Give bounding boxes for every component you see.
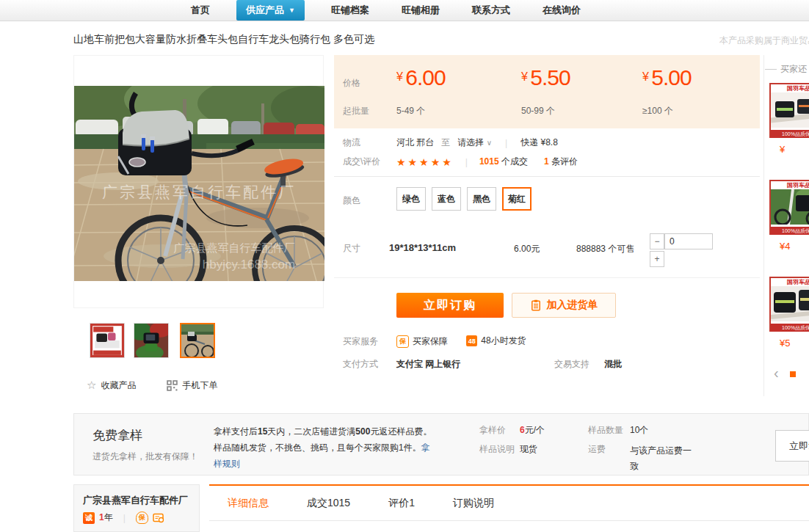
buyer-services-label: 买家服务: [343, 335, 378, 348]
thumbnail-3-selected[interactable]: [180, 323, 215, 358]
quantity-minus-button[interactable]: −: [650, 233, 664, 249]
moq-label: 起批量: [343, 105, 369, 117]
seller-badges: 诚 1年 | 保: [83, 511, 164, 524]
sku-stock: 888883 个可售: [576, 243, 634, 255]
sample-freight-value: 与该产品运费一致: [630, 443, 693, 474]
order-now-button[interactable]: 立即订购: [396, 293, 504, 318]
carousel-prev-arrow[interactable]: ‹: [774, 365, 779, 382]
thumbnail-2[interactable]: [134, 323, 169, 358]
sample-title: 免费拿样: [92, 427, 142, 444]
related-3-price: ¥5: [780, 338, 790, 349]
select-caret-icon: ∨: [487, 139, 492, 147]
color-option-red-selected[interactable]: 菊红: [502, 187, 532, 211]
review-count: 1: [544, 156, 549, 167]
buyer-services-row: 买家服务 保 买家保障 48 48小时发货: [334, 335, 760, 350]
divider: [334, 176, 760, 177]
price-label: 价格: [343, 77, 360, 90]
related-1-banner: 100%品质保证: [771, 130, 809, 138]
ship-48h-badge-icon: 48: [466, 335, 477, 346]
logistics-label: 物流: [343, 136, 360, 149]
trade-support-label: 交易支持: [554, 358, 589, 371]
watermark-text: 广宗县燕军自行车配件厂: [102, 183, 296, 200]
fast-ship-label: 48小时发货: [481, 335, 526, 347]
sku-price: 6.00元: [514, 243, 540, 255]
tab-detail-info[interactable]: 详细信息: [228, 497, 269, 510]
tier-1-qty: 5-49 个: [396, 105, 425, 117]
currency-symbol: ¥: [642, 70, 649, 83]
destination-select[interactable]: 请选择 ∨: [457, 136, 492, 149]
related-3-image: [771, 286, 809, 321]
guarantee-service[interactable]: 保 买家保障: [396, 335, 448, 348]
thumbnail-1[interactable]: [90, 323, 125, 358]
express-fee: 快递 ¥8.8: [520, 136, 558, 149]
color-option-green[interactable]: 绿色: [396, 187, 426, 211]
deal-count-link[interactable]: 1015 个成交: [479, 156, 528, 168]
sample-price-number: 6: [520, 425, 525, 435]
nav-shop-archive[interactable]: 旺铺档案: [315, 4, 385, 17]
product-photo: 广宗县燕军自行车配件厂 广宗县燕军自行车配件厂 hbyjcy.1688.com: [74, 86, 324, 281]
mobile-order-button[interactable]: 手机下单: [167, 379, 217, 392]
tab-order-notes[interactable]: 订购说明: [453, 497, 494, 510]
fast-ship-service[interactable]: 48 48小时发货: [466, 335, 526, 347]
divider: |: [499, 138, 513, 148]
seller-name[interactable]: 广宗县燕军自行车配件厂: [83, 494, 188, 507]
integrity-badge-icon: 诚: [83, 512, 95, 524]
certificate-icon: [153, 513, 164, 523]
tab-reviews[interactable]: 评价1: [388, 497, 415, 510]
divider: [765, 69, 777, 70]
sample-qty-value: 10个: [630, 424, 648, 437]
tier-3-price: 5.00: [651, 65, 691, 90]
size-value: 19*18*13*11cm: [389, 242, 456, 253]
nav-inquiry[interactable]: 在线询价: [526, 4, 597, 17]
sample-desc-text: 天内，二次店铺进货满: [267, 426, 355, 437]
tab-deals[interactable]: 成交1015: [307, 497, 350, 510]
nav-home[interactable]: 首页: [175, 4, 226, 17]
favorite-label: 收藏产品: [101, 379, 136, 392]
nav-products-label: 供应产品: [246, 4, 284, 17]
related-1-price: ¥: [780, 144, 785, 155]
add-to-cart-button[interactable]: 加入进货单: [512, 293, 616, 318]
mobile-order-label: 手机下单: [182, 379, 217, 392]
trade-note: 本产品采购属于商业贸易: [719, 34, 809, 47]
color-label: 颜色: [343, 194, 360, 207]
related-product-2[interactable]: 国羽车品 100%品质保证: [769, 180, 809, 235]
add-to-cart-label: 加入进货单: [547, 299, 598, 312]
payment-methods: 支付宝 网上银行: [396, 358, 460, 371]
related-1-image: [771, 92, 809, 128]
sample-desc-bold: 500: [355, 426, 370, 437]
sample-price-label: 拿样价: [479, 424, 506, 437]
top-navigation: 首页 供应产品 ▼ 旺铺档案 旺铺相册 联系方式 在线询价: [0, 0, 809, 21]
seller-years-unit: 年: [104, 512, 113, 522]
divider: [334, 277, 760, 278]
thumbnail-3-image: [181, 324, 214, 357]
currency-symbol: ¥: [396, 70, 403, 83]
color-option-black[interactable]: 黑色: [467, 187, 496, 211]
divider: [763, 55, 764, 396]
thumbnail-2-image: [134, 324, 168, 357]
related-product-3[interactable]: 国羽车品 100%品质保证: [769, 277, 809, 332]
to-label: 至: [441, 136, 450, 149]
tier-2-qty: 50-99 个: [521, 105, 555, 117]
get-sample-button[interactable]: 立即拿样: [775, 430, 809, 462]
color-row: 颜色 绿色 蓝色 黑色 菊红: [334, 186, 760, 222]
related-3-brand: 国羽车品: [771, 278, 809, 286]
review-count-link[interactable]: 1 条评价: [544, 156, 578, 168]
nav-products-active[interactable]: 供应产品 ▼: [236, 0, 305, 21]
divider: |: [460, 157, 474, 167]
nav-shop-album[interactable]: 旺铺相册: [385, 4, 456, 17]
product-title: 山地车前把包大容量防水折叠车头包自行车龙头包骑行包 多色可选: [73, 33, 374, 46]
watermark-site: hbyjcy.1688.com: [203, 258, 295, 272]
carousel-dot[interactable]: [790, 371, 796, 377]
sample-desc-value: 现货: [520, 443, 537, 456]
color-option-blue[interactable]: 蓝色: [432, 187, 461, 211]
guarantee-label: 买家保障: [413, 335, 448, 348]
related-product-1[interactable]: 国羽车品 100%品质保证: [769, 83, 809, 138]
sample-desc-bold: 15: [258, 426, 267, 437]
nav-contact[interactable]: 联系方式: [456, 4, 526, 17]
detail-tabbar: 详细信息 成交1015 评价1 订购说明: [209, 484, 809, 521]
seller-box: 广宗县燕军自行车配件厂 诚 1年 | 保: [73, 484, 200, 532]
quantity-plus-button[interactable]: +: [650, 251, 664, 267]
favorite-product-button[interactable]: ☆ 收藏产品: [87, 379, 136, 392]
quantity-input[interactable]: [664, 233, 713, 249]
payment-row: 支付方式 支付宝 网上银行 交易支持 混批: [334, 358, 760, 373]
